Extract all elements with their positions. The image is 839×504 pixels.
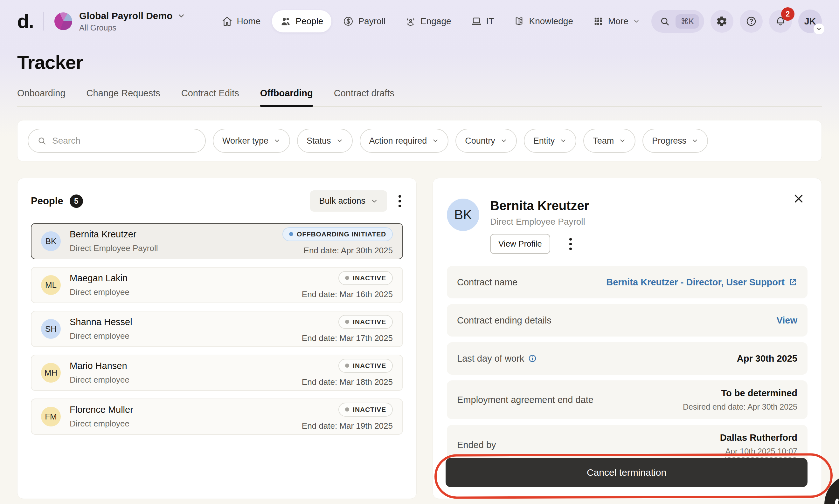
nav-item-engage[interactable]: Engage (397, 10, 459, 32)
settings-button[interactable] (711, 10, 733, 33)
nav-label: More (608, 16, 628, 26)
nav-label: Knowledge (529, 16, 573, 26)
person-row-florence-muller[interactable]: FM Florence Muller Direct employee INACT… (31, 398, 403, 435)
content-area: People 5 Bulk actions BK Bernita Kreutze… (17, 178, 822, 499)
chat-widget-button[interactable] (824, 474, 839, 504)
person-row-bernita-kreutzer[interactable]: BK Bernita Kreutzer Direct Employee Payr… (31, 223, 403, 259)
status-dot (345, 276, 349, 280)
filter-worker-type[interactable]: Worker type (213, 129, 290, 153)
filter-entity[interactable]: Entity (524, 129, 577, 153)
view-link[interactable]: View (776, 315, 797, 326)
filter-team[interactable]: Team (583, 129, 635, 153)
detail-label: Last day of work (457, 353, 537, 364)
nav-item-home[interactable]: Home (213, 10, 269, 32)
profile-header: BK Bernita Kreutzer Direct Employee Payr… (447, 199, 807, 254)
person-row-maegan-lakin[interactable]: ML Maegan Lakin Direct employee INACTIVE… (31, 267, 403, 303)
nav-item-people[interactable]: People (272, 10, 331, 32)
gear-icon (716, 16, 728, 27)
status-dot (345, 408, 349, 412)
detail-row-agreement-end-date: Employment agreement end date To be dete… (447, 380, 807, 419)
view-profile-button[interactable]: View Profile (490, 234, 550, 254)
org-name: Global Payroll Demo (79, 11, 172, 21)
tab-contract-drafts[interactable]: Contract drafts (334, 88, 395, 106)
detail-label: Contract ending details (457, 315, 552, 326)
tab-offboarding[interactable]: Offboarding (260, 88, 313, 106)
tracker-tabs: Onboarding Change Requests Contract Edit… (17, 88, 822, 107)
person-name: Shanna Hessel (70, 317, 132, 327)
list-menu-kebab-icon[interactable] (397, 193, 403, 209)
person-row-shanna-hessel[interactable]: SH Shanna Hessel Direct employee INACTIV… (31, 311, 403, 347)
engage-icon (405, 16, 416, 27)
tab-change-requests[interactable]: Change Requests (87, 88, 160, 106)
end-date: End date: Mar 16th 2025 (302, 289, 393, 299)
agreement-end-value: To be determined (683, 388, 797, 398)
status-badge: INACTIVE (338, 271, 393, 285)
person-name: Bernita Kreutzer (70, 229, 158, 240)
close-panel-button[interactable] (791, 191, 806, 206)
people-list-panel: People 5 Bulk actions BK Bernita Kreutze… (17, 178, 417, 499)
nav-item-more[interactable]: More (584, 10, 648, 32)
search-input[interactable] (52, 136, 196, 146)
status-badge: INACTIVE (338, 315, 393, 329)
filter-label: Action required (369, 136, 427, 146)
nav-label: IT (486, 16, 494, 26)
tab-contract-edits[interactable]: Contract Edits (181, 88, 239, 106)
chevron-down-icon (177, 12, 186, 20)
close-icon (793, 193, 804, 204)
chevron-down-icon (336, 137, 343, 144)
nav-label: People (295, 16, 323, 26)
person-subtitle: Direct employee (70, 419, 133, 429)
nav-item-knowledge[interactable]: Knowledge (505, 10, 581, 32)
filter-status[interactable]: Status (297, 129, 353, 153)
page-title: Tracker (17, 52, 839, 73)
person-name: Maegan Lakin (70, 273, 129, 284)
last-day-value: Apr 30th 2025 (737, 353, 797, 363)
status-dot (345, 363, 349, 368)
org-switcher[interactable]: Global Payroll Demo All Groups (54, 11, 185, 32)
filter-progress[interactable]: Progress (643, 129, 708, 153)
chevron-down-icon (692, 137, 698, 144)
person-subtitle: Direct Employee Payroll (70, 244, 158, 253)
avatar: SH (41, 319, 61, 339)
status-dot (289, 232, 293, 236)
nav-item-it[interactable]: IT (463, 10, 503, 32)
chevron-down-icon (370, 197, 378, 205)
end-date: End date: Mar 19th 2025 (302, 421, 393, 431)
detail-label: Contract name (457, 277, 518, 288)
profile-menu-kebab-icon[interactable] (567, 236, 574, 252)
cancel-termination-button[interactable]: Cancel termination (445, 458, 807, 487)
person-subtitle: Direct employee (70, 375, 129, 385)
person-name: Mario Hansen (70, 361, 129, 371)
org-avatar (54, 12, 72, 30)
filter-label: Worker type (222, 136, 268, 146)
detail-row-contract-name: Contract name Bernita Kreutzer - Directo… (447, 266, 807, 299)
filter-action-required[interactable]: Action required (360, 129, 449, 153)
deel-logo: d. (17, 12, 33, 31)
search-field-wrapper (28, 129, 206, 153)
help-button[interactable] (740, 10, 763, 33)
status-badge: OFFBOARDING INITIATED (282, 227, 393, 241)
home-icon (222, 16, 232, 27)
bulk-actions-button[interactable]: Bulk actions (310, 190, 387, 212)
detail-rows: Contract name Bernita Kreutzer - Directo… (447, 266, 807, 486)
notifications-button[interactable]: 2 (769, 10, 792, 33)
filter-bar: Worker type Status Action required Count… (17, 120, 822, 161)
detail-row-contract-ending-details: Contract ending details View (447, 304, 807, 337)
avatar: FM (41, 407, 61, 427)
info-icon[interactable] (528, 354, 537, 363)
detail-row-last-day-of-work: Last day of work Apr 30th 2025 (447, 342, 807, 375)
avatar: BK (41, 231, 61, 251)
filter-label: Entity (534, 136, 555, 146)
header-actions: ⌘K 2 JK (651, 10, 822, 33)
person-row-mario-hansen[interactable]: MH Mario Hansen Direct employee INACTIVE… (31, 355, 403, 391)
user-menu[interactable]: JK (798, 10, 822, 33)
global-search-button[interactable]: ⌘K (651, 10, 704, 33)
contract-link[interactable]: Bernita Kreutzer - Director, User Suppor… (606, 277, 797, 288)
nav-item-payroll[interactable]: Payroll (335, 10, 394, 32)
person-subtitle: Direct employee (70, 287, 129, 297)
user-initials: JK (804, 16, 816, 27)
filter-country[interactable]: Country (455, 129, 517, 153)
help-icon (746, 16, 757, 27)
filter-label: Team (593, 136, 614, 146)
tab-onboarding[interactable]: Onboarding (17, 88, 66, 106)
